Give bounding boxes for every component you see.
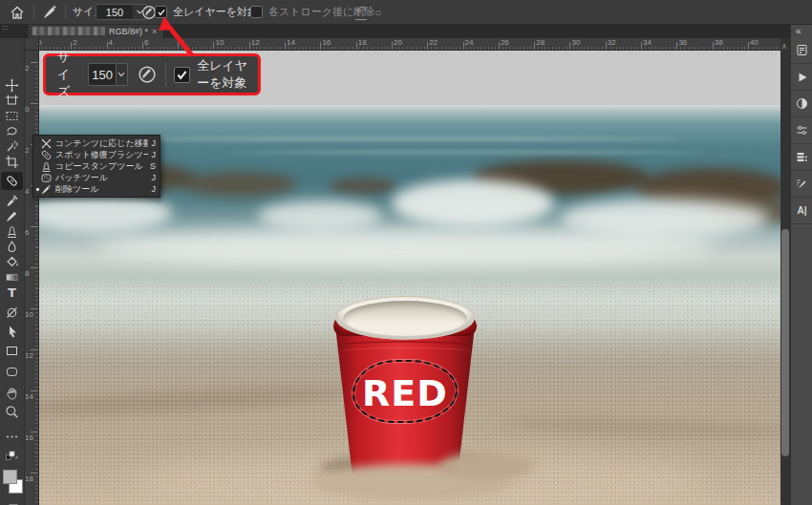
wave-streak <box>229 151 707 154</box>
vertical-scrollbar[interactable]: ∧ <box>780 38 790 505</box>
marquee-tool[interactable] <box>1 108 23 123</box>
type-icon: T <box>5 285 19 300</box>
ruler-number: 20 <box>394 38 402 47</box>
properties-panel-icon <box>796 44 808 56</box>
menu-item-content-aware-move[interactable]: コンテンツに応じた移動ツール J <box>33 137 160 149</box>
tablet-pressure-icon <box>138 65 157 84</box>
rounded-rectangle-icon <box>5 365 19 379</box>
checkbox-checked-icon[interactable] <box>155 6 167 18</box>
menu-item-clone-stamp[interactable]: コピースタンプツール S <box>33 160 160 172</box>
type-tool[interactable]: T <box>1 284 23 300</box>
wave-streak <box>115 137 688 140</box>
actions-panel-icon <box>797 72 808 83</box>
foreground-color-swatch[interactable] <box>3 470 17 484</box>
separator <box>348 5 349 19</box>
artboard-tool[interactable] <box>1 93 23 108</box>
pen-tool[interactable] <box>1 305 23 320</box>
brush-settings-panel-button[interactable] <box>791 171 812 198</box>
selection-marching-ants[interactable] <box>353 360 458 423</box>
crop-icon <box>5 155 19 169</box>
lasso-tool[interactable] <box>1 123 23 138</box>
ruler-number: 18 <box>25 474 33 483</box>
close-tab-icon[interactable]: × <box>152 27 157 36</box>
spot-healing-brush-icon <box>5 174 19 188</box>
hand-tool[interactable] <box>1 385 23 400</box>
rounded-rectangle-tool[interactable] <box>1 364 23 379</box>
ruler-number: 36 <box>678 38 687 47</box>
artboard-icon <box>5 94 19 108</box>
all-layers-label: 全レイヤーを対象 <box>173 5 258 19</box>
actions-panel-button[interactable] <box>791 64 812 91</box>
cup-ridge <box>339 347 471 356</box>
document-tab[interactable]: RGB/8#) * × <box>29 24 164 38</box>
menu-item-spot-healing-brush[interactable]: スポット修復ブラシツール J <box>33 149 160 160</box>
chevron-down-icon <box>118 72 125 77</box>
settings-panel-icon <box>796 124 808 137</box>
ruler-number: 12 <box>251 38 260 47</box>
ruler-number: 2 <box>73 38 76 47</box>
clone-stamp-icon <box>5 224 19 239</box>
home-button[interactable] <box>10 0 25 24</box>
callout-size-dropdown <box>117 63 127 86</box>
checkbox-unchecked-icon[interactable] <box>250 6 263 18</box>
menu-item-remove-tool[interactable]: 削除ツール J <box>33 183 160 195</box>
rectangle-tool[interactable] <box>1 343 23 358</box>
ruler-number: 10 <box>25 310 33 319</box>
current-tool-button[interactable] <box>41 0 59 24</box>
paint-bucket-tool[interactable] <box>1 254 23 269</box>
blur-tool[interactable] <box>1 239 23 254</box>
scrollbar-up-icon[interactable]: ∧ <box>781 42 787 51</box>
wave-foam <box>96 227 716 265</box>
layers-panel-button[interactable] <box>791 144 812 171</box>
adjustments-panel-button[interactable] <box>791 91 812 117</box>
clone-stamp-tool[interactable] <box>1 223 23 239</box>
gradient-tool[interactable] <box>1 269 23 284</box>
menu-item-label: 削除ツール <box>55 183 148 196</box>
eyedropper-icon <box>5 194 19 208</box>
canvas-pasteboard[interactable]: RED <box>38 50 780 505</box>
droplet-icon <box>5 240 19 254</box>
redacted-filename <box>32 27 105 35</box>
menu-item-shortcut: J <box>152 184 157 194</box>
ruler-number: 30 <box>572 38 581 47</box>
object-selection-tool[interactable] <box>1 138 23 154</box>
ruler-number: 6 <box>25 228 29 237</box>
rocks-blur <box>182 172 296 197</box>
ruler-number: 8 <box>25 269 29 278</box>
character-panel-button[interactable]: A| <box>791 198 812 224</box>
properties-panel-button[interactable] <box>791 37 812 64</box>
brush-icon <box>5 209 19 223</box>
path-selection-tool[interactable] <box>1 324 23 339</box>
size-input[interactable]: 150 <box>96 4 134 20</box>
adjustments-panel-icon <box>796 97 808 110</box>
horizontal-ruler[interactable]: 024681012141618202224262830323436384042 <box>24 38 780 51</box>
move-tool[interactable] <box>1 77 23 93</box>
wave-foam <box>392 179 554 227</box>
zoom-tool[interactable] <box>1 404 23 419</box>
status-circle-icon[interactable]: ○ <box>374 0 381 24</box>
settings-panel-button[interactable] <box>791 117 812 144</box>
menu-item-shortcut: S <box>150 161 156 171</box>
brush-tool[interactable] <box>1 208 23 223</box>
ruler-number: 16 <box>322 38 331 47</box>
menu-item-shortcut: J <box>152 150 157 159</box>
foreground-background-swatches[interactable] <box>0 468 24 498</box>
healing-tools-flyout-menu: コンテンツに応じた移動ツール J スポット修復ブラシツール J コピースタンプツ… <box>32 135 160 198</box>
toolbar-more-options[interactable] <box>1 429 23 444</box>
spot-healing-brush-tool[interactable] <box>1 172 23 190</box>
scrollbar-thumb[interactable] <box>781 229 789 456</box>
move-icon <box>5 78 19 93</box>
swap-colors-control[interactable] <box>1 448 23 463</box>
vertical-ruler[interactable]: 20246810121416182022 <box>24 50 39 505</box>
expand-panels-icon[interactable]: « <box>796 26 801 36</box>
callout-size-label: サイズ <box>57 49 80 100</box>
eyedropper-tool[interactable] <box>1 193 23 208</box>
pen-icon <box>5 305 19 320</box>
all-layers-checkbox[interactable]: 全レイヤーを対象 <box>155 0 258 24</box>
crop-tool[interactable] <box>1 154 23 169</box>
ruler-number: 28 <box>536 38 545 47</box>
svg-text:T: T <box>8 285 16 300</box>
ruler-number: 8 <box>180 38 183 47</box>
undo-icon[interactable]: ↶ <box>355 2 367 20</box>
menu-item-patch-tool[interactable]: パッチツール J <box>33 172 160 183</box>
